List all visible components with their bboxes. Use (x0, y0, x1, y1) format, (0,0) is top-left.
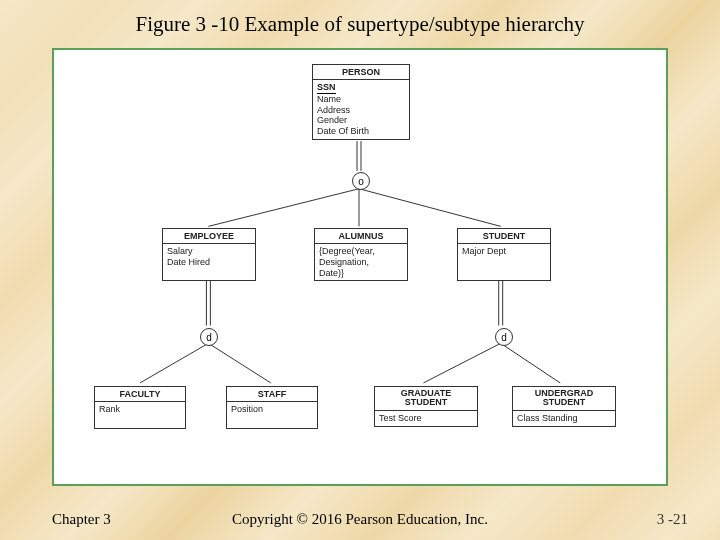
entity-person-attr-0: Name (317, 94, 405, 105)
entity-staff: STAFF Position (226, 386, 318, 429)
entity-graduate-student-attr-0: Test Score (379, 413, 473, 424)
entity-alumnus-attr-1: Designation, (319, 257, 403, 268)
entity-undergrad-student-attr-0: Class Standing (517, 413, 611, 424)
entity-person-attr-3: Date Of Birth (317, 126, 405, 137)
entity-person-attr-1: Address (317, 105, 405, 116)
entity-person: PERSON SSN Name Address Gender Date Of B… (312, 64, 410, 140)
entity-faculty-attr-0: Rank (99, 404, 181, 415)
entity-staff-attr-0: Position (231, 404, 313, 415)
svg-line-11 (423, 343, 500, 383)
diagram-canvas: PERSON SSN Name Address Gender Date Of B… (52, 48, 668, 486)
overlap-constraint: o (352, 172, 370, 190)
entity-alumnus-attr-0: {Degree(Year, (319, 246, 403, 257)
disjoint-constraint-left: d (200, 328, 218, 346)
figure-title: Figure 3 -10 Example of supertype/subtyp… (0, 12, 720, 37)
svg-line-10 (208, 343, 270, 383)
entity-student-attr-0: Major Dept (462, 246, 546, 257)
entity-person-attr-2: Gender (317, 115, 405, 126)
entity-alumnus-name: ALUMNUS (315, 229, 407, 244)
entity-graduate-student: GRADUATE STUDENT Test Score (374, 386, 478, 427)
entity-undergrad-student-name: UNDERGRAD STUDENT (513, 387, 615, 411)
entity-staff-name: STAFF (227, 387, 317, 402)
entity-employee: EMPLOYEE Salary Date Hired (162, 228, 256, 281)
page-number: 3 -21 (657, 511, 688, 528)
entity-faculty: FACULTY Rank (94, 386, 186, 429)
entity-graduate-student-name: GRADUATE STUDENT (375, 387, 477, 411)
entity-employee-name: EMPLOYEE (163, 229, 255, 244)
entity-student-name: STUDENT (458, 229, 550, 244)
entity-person-name: PERSON (313, 65, 409, 80)
entity-employee-attr-1: Date Hired (167, 257, 251, 268)
svg-line-2 (208, 189, 359, 227)
entity-alumnus-attr-2: Date)} (319, 268, 403, 279)
copyright-text: Copyright © 2016 Pearson Education, Inc. (0, 511, 720, 528)
svg-line-12 (501, 343, 560, 383)
entity-person-key: SSN (317, 82, 336, 94)
entity-faculty-name: FACULTY (95, 387, 185, 402)
entity-student: STUDENT Major Dept (457, 228, 551, 281)
entity-alumnus: ALUMNUS {Degree(Year, Designation, Date)… (314, 228, 408, 281)
disjoint-constraint-right: d (495, 328, 513, 346)
entity-undergrad-student: UNDERGRAD STUDENT Class Standing (512, 386, 616, 427)
svg-line-4 (359, 189, 501, 227)
svg-line-9 (140, 343, 208, 383)
entity-employee-attr-0: Salary (167, 246, 251, 257)
